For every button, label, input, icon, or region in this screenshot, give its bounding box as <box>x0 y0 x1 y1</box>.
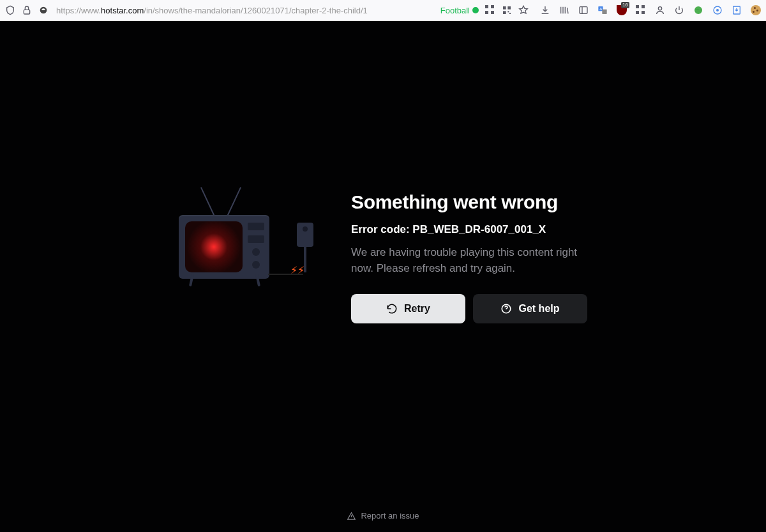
site-permissions-icon[interactable] <box>38 5 49 15</box>
help-icon <box>500 303 512 314</box>
svg-rect-5 <box>507 11 509 12</box>
url-path: /in/shows/the-mandalorian/1260021071/cha… <box>144 6 368 15</box>
svg-rect-6 <box>509 13 511 14</box>
url-domain: hotstar.com <box>101 6 144 15</box>
bookmark-star-icon[interactable] <box>518 5 529 15</box>
report-issue-label: Report an issue <box>361 511 419 521</box>
error-code: Error code: PB_WEB_DR-6007_001_X <box>351 223 587 236</box>
svg-text:A: A <box>599 7 602 11</box>
svg-rect-0 <box>24 10 29 14</box>
svg-point-14 <box>716 9 719 11</box>
green-dot-icon <box>472 7 479 13</box>
broken-tv-illustration: ⚡︎⚡︎ <box>179 203 319 312</box>
cookie-extension-icon[interactable] <box>751 5 761 15</box>
football-tag[interactable]: Football <box>440 6 479 15</box>
translate-icon[interactable]: A <box>597 5 608 15</box>
account-icon[interactable] <box>655 5 665 15</box>
power-icon[interactable] <box>674 5 684 15</box>
lock-icon[interactable] <box>22 5 32 15</box>
svg-rect-2 <box>503 6 506 10</box>
spark-icon: ⚡︎⚡︎ <box>290 264 304 276</box>
svg-rect-3 <box>507 6 511 10</box>
football-label: Football <box>440 6 470 15</box>
button-row: Retry Get help <box>351 294 587 323</box>
grid-extension-icon[interactable] <box>485 5 495 15</box>
browser-toolbar: https://www.hotstar.com/in/shows/the-man… <box>0 0 766 21</box>
url-bar[interactable]: https://www.hotstar.com/in/shows/the-man… <box>55 6 434 15</box>
retry-label: Retry <box>404 303 430 314</box>
error-text-block: Something went wrong Error code: PB_WEB_… <box>351 191 587 323</box>
get-help-button[interactable]: Get help <box>473 294 587 323</box>
svg-rect-9 <box>602 10 606 14</box>
error-container: ⚡︎⚡︎ Something went wrong Error code: PB… <box>179 191 587 323</box>
shield-icon[interactable] <box>5 5 15 15</box>
retry-button[interactable]: Retry <box>351 294 465 323</box>
ublock-badge: 16 <box>621 2 629 8</box>
globe-extension-icon[interactable] <box>693 5 703 15</box>
save-page-icon[interactable] <box>732 5 742 15</box>
library-icon[interactable] <box>559 5 569 15</box>
warning-icon <box>347 512 356 521</box>
downloads-icon[interactable] <box>540 5 550 15</box>
settings-gear-icon[interactable] <box>712 5 723 15</box>
svg-point-11 <box>658 7 661 10</box>
apps-grid-icon[interactable] <box>636 5 646 15</box>
qr-extension-icon[interactable] <box>502 5 512 15</box>
url-prefix: https://www. <box>56 6 101 15</box>
refresh-icon <box>386 303 398 314</box>
report-issue-link[interactable]: Report an issue <box>347 511 419 521</box>
toolbar-right-group: A 16 <box>540 5 761 15</box>
page-content: ⚡︎⚡︎ Something went wrong Error code: PB… <box>0 21 766 532</box>
error-message: We are having trouble playing this conte… <box>351 245 587 276</box>
svg-rect-4 <box>503 11 506 14</box>
svg-point-12 <box>695 6 702 14</box>
ublock-icon[interactable]: 16 <box>617 5 627 15</box>
sidebar-panel-icon[interactable] <box>578 5 589 15</box>
help-label: Get help <box>518 303 559 314</box>
svg-rect-7 <box>580 7 587 14</box>
error-title: Something went wrong <box>351 191 587 213</box>
